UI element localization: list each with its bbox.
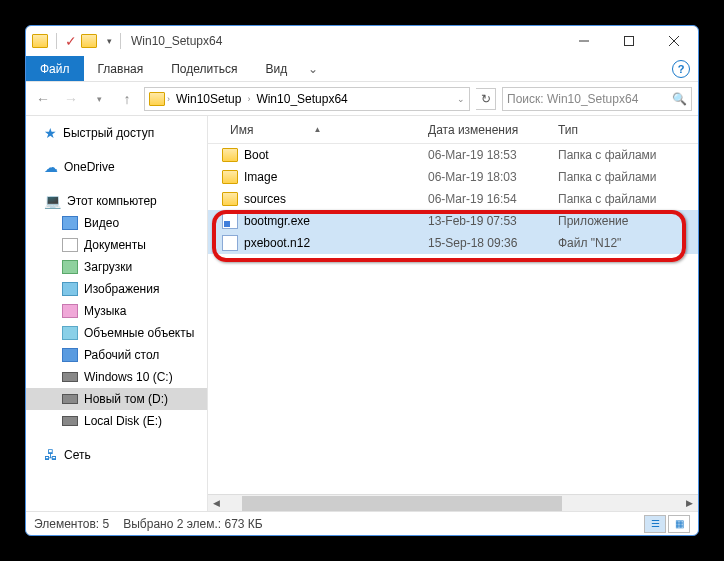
close-icon xyxy=(669,36,679,46)
qat-separator xyxy=(56,33,57,49)
nav-this-pc[interactable]: 💻Этот компьютер xyxy=(26,190,207,212)
pc-icon: 💻 xyxy=(44,193,61,209)
nav-label: Рабочий стол xyxy=(84,348,159,362)
nav-label: OneDrive xyxy=(64,160,115,174)
nav-pictures[interactable]: Изображения xyxy=(26,278,207,300)
file-name: pxeboot.n12 xyxy=(244,236,310,250)
nav-label: Видео xyxy=(84,216,119,230)
file-row[interactable]: Image06-Mar-19 18:03Папка с файлами xyxy=(208,166,698,188)
maximize-button[interactable] xyxy=(606,27,651,56)
ribbon: Файл Главная Поделиться Вид ⌄ ? xyxy=(26,56,698,82)
drive-icon xyxy=(62,372,78,382)
qat-customize-icon[interactable]: ▾ xyxy=(107,36,112,46)
column-label: Имя xyxy=(230,123,253,137)
titlebar[interactable]: ✓ ▾ Win10_Setupx64 xyxy=(26,26,698,56)
breadcrumb-seg-2[interactable]: Win10_Setupx64 xyxy=(252,92,351,106)
tab-share[interactable]: Поделиться xyxy=(157,56,251,81)
ribbon-expand-icon[interactable]: ⌄ xyxy=(301,56,325,81)
refresh-button[interactable]: ↻ xyxy=(476,88,496,110)
scroll-right-icon[interactable]: ▶ xyxy=(681,495,698,512)
scroll-left-icon[interactable]: ◀ xyxy=(208,495,225,512)
horizontal-scrollbar[interactable]: ◀ ▶ xyxy=(208,494,698,511)
file-list[interactable]: Boot06-Mar-19 18:53Папка с файламиImage0… xyxy=(208,144,698,494)
chevron-right-icon[interactable]: › xyxy=(167,94,170,104)
drive-icon xyxy=(62,394,78,404)
network-icon: 🖧 xyxy=(44,447,58,463)
minimize-button[interactable] xyxy=(561,27,606,56)
qat-separator xyxy=(120,33,121,49)
status-item-count: Элементов: 5 xyxy=(34,517,109,531)
recent-locations-button[interactable]: ▾ xyxy=(88,88,110,110)
nav-network[interactable]: 🖧Сеть xyxy=(26,444,207,466)
nav-label: Быстрый доступ xyxy=(63,126,154,140)
details-view-button[interactable]: ☰ xyxy=(644,515,666,533)
breadcrumb[interactable]: › Win10Setup › Win10_Setupx64 ⌄ xyxy=(144,87,470,111)
file-row[interactable]: Boot06-Mar-19 18:53Папка с файлами xyxy=(208,144,698,166)
column-name[interactable]: Имя▲ xyxy=(208,123,428,137)
nav-drive-c[interactable]: Windows 10 (C:) xyxy=(26,366,207,388)
nav-onedrive[interactable]: ☁OneDrive xyxy=(26,156,207,178)
nav-documents[interactable]: Документы xyxy=(26,234,207,256)
nav-drive-e[interactable]: Local Disk (E:) xyxy=(26,410,207,432)
folder-icon xyxy=(222,192,238,206)
nav-label: Новый том (D:) xyxy=(84,392,168,406)
forward-button[interactable]: → xyxy=(60,88,82,110)
nav-music[interactable]: Музыка xyxy=(26,300,207,322)
downloads-icon xyxy=(62,260,78,274)
file-type: Приложение xyxy=(558,214,698,228)
navigation-pane[interactable]: ★Быстрый доступ ☁OneDrive 💻Этот компьюте… xyxy=(26,116,208,511)
help-icon[interactable]: ? xyxy=(672,60,690,78)
nav-label: Документы xyxy=(84,238,146,252)
file-row[interactable]: pxeboot.n1215-Sep-18 09:36Файл "N12" xyxy=(208,232,698,254)
tab-file[interactable]: Файл xyxy=(26,56,84,81)
cloud-icon: ☁ xyxy=(44,159,58,175)
objects3d-icon xyxy=(62,326,78,340)
file-type: Файл "N12" xyxy=(558,236,698,250)
file-name: sources xyxy=(244,192,286,206)
file-date: 06-Mar-19 18:53 xyxy=(428,148,558,162)
tab-view[interactable]: Вид xyxy=(251,56,301,81)
nav-video[interactable]: Видео xyxy=(26,212,207,234)
close-button[interactable] xyxy=(651,27,696,56)
properties-icon[interactable]: ✓ xyxy=(65,33,77,49)
nav-label: Сеть xyxy=(64,448,91,462)
search-input[interactable]: Поиск: Win10_Setupx64 🔍 xyxy=(502,87,692,111)
window-controls xyxy=(561,27,696,56)
file-type: Папка с файлами xyxy=(558,192,698,206)
file-row[interactable]: sources06-Mar-19 16:54Папка с файлами xyxy=(208,188,698,210)
breadcrumb-dropdown-icon[interactable]: ⌄ xyxy=(457,94,465,104)
file-icon xyxy=(222,235,238,251)
file-type: Папка с файлами xyxy=(558,148,698,162)
file-name: Boot xyxy=(244,148,269,162)
nav-downloads[interactable]: Загрузки xyxy=(26,256,207,278)
sort-asc-icon: ▲ xyxy=(313,125,321,134)
column-type[interactable]: Тип xyxy=(558,123,698,137)
nav-label: Музыка xyxy=(84,304,126,318)
up-button[interactable]: ↑ xyxy=(116,88,138,110)
nav-quick-access[interactable]: ★Быстрый доступ xyxy=(26,122,207,144)
minimize-icon xyxy=(579,36,589,46)
file-row[interactable]: bootmgr.exe13-Feb-19 07:53Приложение xyxy=(208,210,698,232)
file-date: 15-Sep-18 09:36 xyxy=(428,236,558,250)
pictures-icon xyxy=(62,282,78,296)
nav-3d-objects[interactable]: Объемные объекты xyxy=(26,322,207,344)
quick-access-toolbar: ✓ ▾ xyxy=(28,33,125,49)
breadcrumb-folder-icon xyxy=(149,92,165,106)
search-icon[interactable]: 🔍 xyxy=(672,92,687,106)
nav-desktop[interactable]: Рабочий стол xyxy=(26,344,207,366)
new-folder-icon[interactable] xyxy=(81,34,97,48)
folder-icon xyxy=(222,148,238,162)
breadcrumb-seg-1[interactable]: Win10Setup xyxy=(172,92,245,106)
nav-drive-d[interactable]: Новый том (D:) xyxy=(26,388,207,410)
status-selection: Выбрано 2 элем.: 673 КБ xyxy=(123,517,263,531)
column-date[interactable]: Дата изменения xyxy=(428,123,558,137)
nav-label: Изображения xyxy=(84,282,159,296)
chevron-right-icon[interactable]: › xyxy=(247,94,250,104)
thumbnails-view-button[interactable]: ▦ xyxy=(668,515,690,533)
nav-label: Объемные объекты xyxy=(84,326,194,340)
scrollbar-thumb[interactable] xyxy=(242,496,562,511)
tab-home[interactable]: Главная xyxy=(84,56,158,81)
documents-icon xyxy=(62,238,78,252)
back-button[interactable]: ← xyxy=(32,88,54,110)
file-type: Папка с файлами xyxy=(558,170,698,184)
